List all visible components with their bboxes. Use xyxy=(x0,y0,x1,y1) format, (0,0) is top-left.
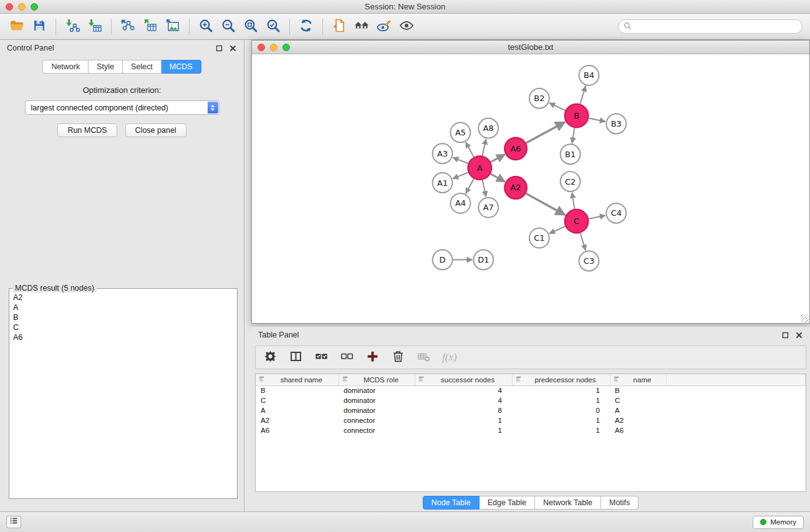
node-A6[interactable]: A6 xyxy=(504,137,527,160)
node-B2[interactable]: B2 xyxy=(529,89,549,109)
refresh-layout-button[interactable] xyxy=(296,17,317,37)
close-network-window-button[interactable] xyxy=(258,44,265,51)
report-button[interactable] xyxy=(329,17,350,37)
column-header-shared-name[interactable]: shared name xyxy=(256,374,339,385)
node-B[interactable]: B xyxy=(565,104,589,128)
edge-A-A6[interactable] xyxy=(491,155,505,162)
node-A1[interactable]: A1 xyxy=(433,173,453,193)
mcds-result-item[interactable]: B xyxy=(11,312,236,322)
optimization-criterion-select[interactable]: largest connected component (directed) xyxy=(25,100,219,115)
node-C4[interactable]: C4 xyxy=(606,203,626,223)
show-columns-button[interactable] xyxy=(287,349,304,365)
edge-A-A5[interactable] xyxy=(466,142,474,157)
node-D[interactable]: D xyxy=(433,250,453,270)
delete-column-button[interactable] xyxy=(390,349,406,365)
select-all-rows-button[interactable] xyxy=(313,349,329,365)
open-session-button[interactable] xyxy=(6,17,27,37)
edge-C-C2[interactable] xyxy=(572,193,574,209)
close-window-button[interactable] xyxy=(6,3,13,11)
node-D1[interactable]: D1 xyxy=(473,250,493,270)
node-A3[interactable]: A3 xyxy=(433,143,453,163)
edge-A6-B[interactable] xyxy=(526,122,566,143)
edge-C-C3[interactable] xyxy=(581,233,586,251)
edge-C-C1[interactable] xyxy=(549,226,565,233)
function-builder-button[interactable]: f(x) xyxy=(441,351,458,364)
edge-A-A2[interactable] xyxy=(491,174,505,182)
column-header-name[interactable]: name xyxy=(610,374,666,385)
tab-style[interactable]: Style xyxy=(89,60,123,74)
edge-A-A8[interactable] xyxy=(483,139,486,156)
task-history-button[interactable] xyxy=(6,516,21,528)
node-C1[interactable]: C1 xyxy=(529,228,549,248)
edge-B-B4[interactable] xyxy=(580,86,586,104)
edge-B-B1[interactable] xyxy=(572,128,575,143)
search-input[interactable] xyxy=(635,22,797,31)
edge-A2-C[interactable] xyxy=(526,193,566,215)
memory-button[interactable]: Memory xyxy=(753,516,804,529)
node-B4[interactable]: B4 xyxy=(579,65,599,85)
table-row[interactable]: A2connector11A2 xyxy=(256,415,806,425)
column-header-mcds-role[interactable]: MCDS role xyxy=(339,374,415,385)
table-row[interactable]: Cdominator41C xyxy=(256,395,806,405)
table-tab-motifs[interactable]: Motifs xyxy=(601,496,639,510)
mcds-result-list[interactable]: A2ABCA6 xyxy=(11,293,236,497)
create-column-button[interactable] xyxy=(364,349,380,365)
node-A8[interactable]: A8 xyxy=(478,118,498,138)
zoom-out-button[interactable] xyxy=(218,17,239,37)
zoom-network-window-button[interactable] xyxy=(282,44,290,51)
table-row[interactable]: Bdominator41B xyxy=(256,385,806,395)
table-tab-network-table[interactable]: Network Table xyxy=(535,496,601,510)
node-C2[interactable]: C2 xyxy=(561,172,581,191)
mcds-result-item[interactable]: A6 xyxy=(11,332,236,342)
tab-mcds[interactable]: MCDS xyxy=(162,60,201,74)
node-A7[interactable]: A7 xyxy=(478,198,498,218)
node-B3[interactable]: B3 xyxy=(606,114,626,134)
node-A[interactable]: A xyxy=(468,156,491,180)
table-row[interactable]: A6connector11A6 xyxy=(256,425,806,435)
table-tab-edge-table[interactable]: Edge Table xyxy=(480,496,535,510)
column-header-predecessor-nodes[interactable]: predecessor nodes xyxy=(512,374,610,385)
tab-select[interactable]: Select xyxy=(123,60,162,74)
export-network-button[interactable] xyxy=(117,17,138,37)
mcds-result-item[interactable]: A xyxy=(11,302,236,312)
export-table-button[interactable] xyxy=(140,17,161,37)
zoom-selected-button[interactable] xyxy=(263,17,284,37)
resize-grip[interactable] xyxy=(801,314,809,322)
edge-B-B2[interactable] xyxy=(549,103,565,110)
edge-A-A7[interactable] xyxy=(483,180,486,197)
close-panel-button[interactable]: Close panel xyxy=(125,123,186,137)
edge-A-A4[interactable] xyxy=(466,179,474,193)
close-panel-icon[interactable] xyxy=(229,44,237,52)
edge-B-B3[interactable] xyxy=(589,118,605,122)
save-session-button[interactable] xyxy=(29,17,50,37)
minimize-window-button[interactable] xyxy=(18,3,26,11)
run-mcds-button[interactable]: Run MCDS xyxy=(57,123,117,137)
mcds-result-item[interactable]: C xyxy=(11,322,236,332)
zoom-fit-button[interactable] xyxy=(240,17,261,37)
node-A2[interactable]: A2 xyxy=(504,177,527,199)
network-canvas[interactable]: B4B2BB3A5A8A6A3B1AC2A1A2A4A7C4CC1C3DD1 xyxy=(253,55,809,322)
table-tab-node-table[interactable]: Node Table xyxy=(423,496,480,510)
node-A4[interactable]: A4 xyxy=(451,193,471,213)
import-network-button[interactable] xyxy=(62,17,83,37)
show-graphics-details-button[interactable] xyxy=(396,17,417,37)
export-image-button[interactable] xyxy=(162,17,183,37)
table-row[interactable]: Adominator80A xyxy=(256,405,806,415)
node-C[interactable]: C xyxy=(565,210,589,233)
node-C3[interactable]: C3 xyxy=(579,251,599,271)
first-neighbors-button[interactable] xyxy=(351,17,372,37)
edge-A-A1[interactable] xyxy=(453,173,468,179)
close-table-panel-icon[interactable] xyxy=(795,331,803,339)
edge-A-A3[interactable] xyxy=(453,158,468,163)
minimize-network-window-button[interactable] xyxy=(270,44,277,51)
unselect-all-rows-button[interactable] xyxy=(339,349,355,365)
edge-C-C4[interactable] xyxy=(589,215,605,218)
column-header-successor-nodes[interactable]: successor nodes xyxy=(415,374,512,385)
zoom-in-button[interactable] xyxy=(195,17,216,37)
tab-network[interactable]: Network xyxy=(42,60,89,74)
mcds-result-item[interactable]: A2 xyxy=(11,293,236,302)
table-settings-button[interactable] xyxy=(262,349,278,365)
node-A5[interactable]: A5 xyxy=(451,122,471,142)
node-B1[interactable]: B1 xyxy=(561,144,581,164)
annotation-eye-button[interactable] xyxy=(374,17,395,37)
